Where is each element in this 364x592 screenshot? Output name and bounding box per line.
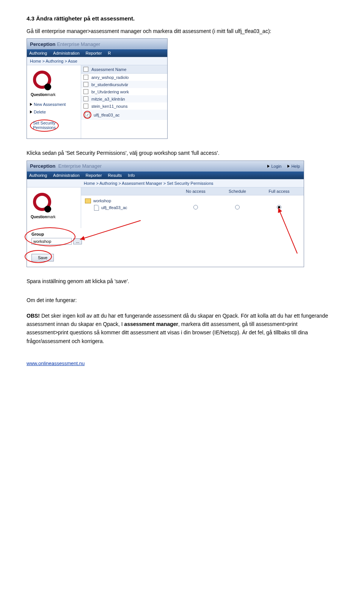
table-header: Assessment Name — [81, 65, 167, 74]
assessment-row[interactable]: anry_wshop_radiolo — [81, 74, 167, 81]
breadcrumb-link[interactable]: Home — [84, 181, 95, 186]
app-title-bar: Perception Enterprise Manager Login Help — [27, 161, 304, 172]
breadcrumb-link[interactable]: Authoring — [99, 181, 117, 186]
questionmark-logo — [31, 191, 53, 213]
assessment-row[interactable]: br_Utvärdering work — [81, 88, 167, 95]
delete-link[interactable]: Delete — [30, 110, 78, 114]
app-title-bar: Perception Enterprise Manager — [27, 39, 167, 49]
document-icon — [94, 205, 99, 211]
select-all-checkbox[interactable] — [83, 67, 88, 72]
app-title-sub: Enterprise Manager — [57, 41, 100, 47]
link-label: Help — [291, 164, 300, 168]
set-security-permissions-link[interactable]: Set Security Permissions — [30, 120, 78, 132]
screenshot-assessment-manager: Perception Enterprise Manager Authoring … — [27, 38, 168, 139]
main-menu-bar: Authoring Administration Reporter Result… — [27, 172, 304, 179]
paragraph-1: Gå till enterprise manager>assessment ma… — [27, 27, 337, 35]
screenshot-set-security-permissions: Perception Enterprise Manager Login Help… — [27, 161, 304, 267]
breadcrumb: Home > Authoring > Asse — [27, 57, 167, 65]
assessment-row[interactable]: stein_ken11_nouns — [81, 102, 167, 110]
assessment-permission-row: ulfj_tfea03_ac — [85, 204, 300, 211]
breadcrumb-link[interactable]: Assessment Manager — [122, 181, 162, 186]
link-label: Delete — [34, 110, 46, 114]
arrow-icon — [30, 103, 32, 106]
permissions-header-row: No access Schedule Full access — [81, 187, 304, 195]
menu-item[interactable]: Administration — [53, 51, 80, 55]
row-label: anry_wshop_radiolo — [91, 75, 129, 80]
row-checkbox[interactable]: ✓ — [85, 112, 90, 117]
arrow-icon — [267, 165, 270, 168]
menu-item[interactable]: Reporter — [86, 173, 102, 178]
paragraph-3: Spara inställning genom att klicka på 's… — [27, 277, 337, 285]
assessment-row[interactable]: mitzie_a3_klinträn — [81, 95, 167, 102]
link-label-line1: Set Security — [33, 121, 55, 125]
row-label: ulfj_tfea03_ac — [94, 113, 120, 117]
p4-seg-b: assessment manager — [124, 321, 178, 327]
help-link[interactable]: Help — [287, 164, 300, 168]
login-link[interactable]: Login — [267, 164, 281, 168]
row-label: br_Utvärdering work — [91, 90, 129, 94]
menu-item[interactable]: Authoring — [29, 173, 47, 178]
breadcrumb-link[interactable]: Home — [30, 59, 41, 63]
app-title-sub: Enterprise Manager — [58, 163, 102, 169]
highlight-ring — [25, 250, 52, 263]
folder-icon — [85, 198, 91, 203]
highlight-ring: ✓ — [83, 111, 91, 119]
radio-no-access[interactable] — [193, 205, 198, 209]
link-label: New Assessment — [34, 102, 66, 107]
assessment-row-selected[interactable]: ✓ ulfj_tfea03_ac — [81, 110, 167, 120]
troubleshoot-heading: Om det inte fungerar: — [27, 296, 337, 304]
breadcrumb-link[interactable]: Set Security Permissions — [167, 181, 213, 186]
row-checkbox[interactable] — [83, 82, 88, 87]
row-label: br_studentkursutvär — [91, 82, 128, 87]
highlight-ring: Set Security Permissions — [30, 120, 59, 132]
breadcrumb-link[interactable]: Asse — [68, 59, 77, 63]
folder-row: workshop — [85, 198, 300, 204]
row-checkbox[interactable] — [83, 96, 88, 101]
main-menu-bar: Authoring Administration Reporter R — [27, 49, 167, 57]
app-title-main: Perception — [30, 41, 55, 47]
column-header-label: Assessment Name — [91, 67, 126, 72]
obs-label: OBS! — [27, 313, 40, 319]
breadcrumb: Home > Authoring > Assessment Manager > … — [27, 179, 304, 187]
menu-item[interactable]: Authoring — [29, 51, 47, 55]
menu-item[interactable]: Info — [128, 173, 135, 178]
link-label-line2: Permissions — [33, 125, 56, 130]
radio-schedule[interactable] — [235, 205, 240, 209]
radio-full-access[interactable] — [277, 205, 281, 209]
arrow-icon — [287, 165, 290, 168]
paragraph-2: Klicka sedan på 'Set Security Permission… — [27, 149, 337, 157]
row-checkbox[interactable] — [83, 104, 88, 109]
menu-item[interactable]: Results — [108, 173, 122, 178]
link-label: Login — [271, 164, 281, 168]
column-no-access: No access — [175, 189, 217, 194]
folder-label: workshop — [93, 198, 111, 203]
breadcrumb-link[interactable]: Authoring — [46, 59, 63, 63]
menu-item[interactable]: Administration — [53, 173, 80, 178]
row-label: mitzie_a3_klinträn — [91, 97, 125, 101]
paragraph-4: OBS! Det sker ingen koll av att du har e… — [27, 312, 337, 346]
brand-text: Questionmark — [31, 215, 78, 219]
brand-text: Questionmark — [31, 93, 78, 97]
menu-item[interactable]: R — [108, 51, 111, 55]
row-checkbox[interactable] — [83, 89, 88, 94]
row-label: stein_ken11_nouns — [91, 104, 127, 109]
arrow-icon — [30, 110, 32, 113]
highlight-ring — [25, 227, 75, 246]
row-checkbox[interactable] — [83, 75, 88, 80]
assessment-row[interactable]: br_studentkursutvär — [81, 81, 167, 88]
column-full-access: Full access — [258, 189, 300, 194]
app-title-main: Perception — [30, 163, 55, 169]
questionmark-logo — [31, 69, 53, 90]
footer-link[interactable]: www.onlineassessment.nu — [27, 361, 337, 366]
item-label: ulfj_tfea03_ac — [101, 205, 127, 210]
column-schedule: Schedule — [217, 189, 258, 194]
section-heading: 4.3 Ändra rättigheter på ett assessment. — [27, 15, 337, 22]
new-assessment-link[interactable]: New Assessment — [30, 102, 78, 107]
menu-item[interactable]: Reporter — [86, 51, 102, 55]
